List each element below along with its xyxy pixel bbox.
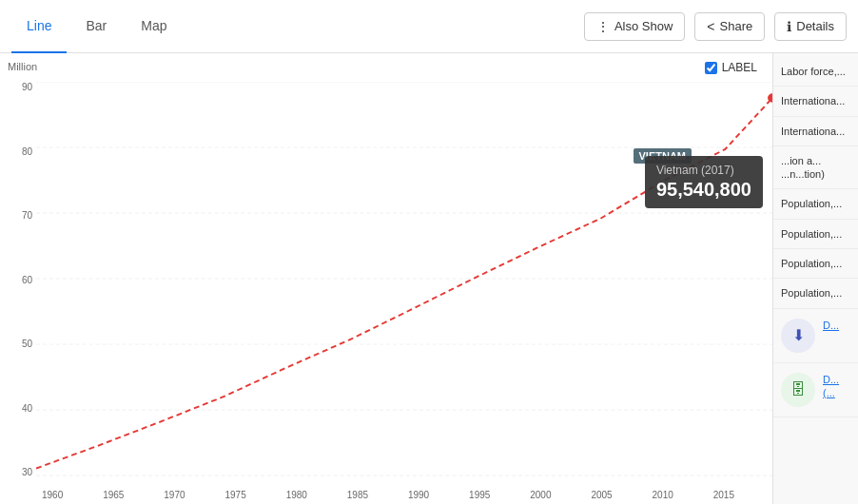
x-axis: 1960 1965 1970 1975 1980 1985 1990 1995 … — [0, 490, 772, 500]
toolbar: Line Bar Map ⋮ Also Show < Share ℹ Detai… — [0, 0, 858, 53]
also-show-label: Also Show — [614, 19, 673, 33]
details-label: Details — [796, 19, 834, 33]
vietnam-label: VIETNAM — [634, 148, 692, 164]
also-show-icon: ⋮ — [596, 19, 610, 34]
database-button[interactable]: 🗄 D... (... — [773, 363, 858, 417]
x-label-1995: 1995 — [469, 490, 490, 500]
label-toggle[interactable]: LABEL — [705, 61, 757, 74]
x-label-1990: 1990 — [408, 490, 429, 500]
download-button[interactable]: ⬇ D... — [773, 309, 858, 363]
x-label-1985: 1985 — [347, 490, 368, 500]
label-checkbox[interactable] — [705, 62, 717, 74]
sidebar-item-7[interactable]: Population,... — [773, 279, 858, 308]
x-label-2015: 2015 — [713, 490, 734, 500]
info-icon: ℹ — [787, 19, 791, 34]
y-label-40: 40 — [4, 403, 32, 414]
y-axis: 90 80 70 60 50 40 30 — [4, 82, 32, 477]
x-label-2000: 2000 — [530, 490, 551, 500]
sidebar-item-0[interactable]: Labor force,... — [773, 57, 858, 87]
y-label-60: 60 — [4, 275, 32, 285]
label-checkbox-label: LABEL — [722, 61, 757, 74]
main-content: Million LABEL 90 80 70 60 50 40 30 — [0, 53, 858, 504]
y-label-30: 30 — [4, 467, 32, 477]
database-link[interactable]: D... (... — [823, 374, 839, 398]
sidebar: Labor force,... Internationa... Internat… — [772, 53, 858, 504]
share-label: Share — [720, 19, 753, 33]
share-button[interactable]: < Share — [694, 12, 765, 41]
sidebar-item-6[interactable]: Population,... — [773, 249, 858, 279]
x-label-1960: 1960 — [42, 490, 63, 500]
unit-label: Million — [8, 61, 37, 72]
chart-area: Million LABEL 90 80 70 60 50 40 30 — [0, 53, 772, 504]
sidebar-item-2[interactable]: Internationa... — [773, 117, 858, 146]
tab-bar[interactable]: Bar — [70, 0, 122, 53]
sidebar-item-3[interactable]: ...ion a... ...n...tion) — [773, 146, 858, 190]
sidebar-item-1[interactable]: Internationa... — [773, 87, 858, 116]
y-label-90: 90 — [4, 82, 32, 92]
x-label-1965: 1965 — [103, 490, 124, 500]
y-label-50: 50 — [4, 339, 32, 349]
share-icon: < — [707, 19, 714, 34]
download-icon: ⬇ — [781, 319, 815, 353]
sidebar-item-5[interactable]: Population,... — [773, 220, 858, 249]
line-chart — [36, 82, 772, 477]
database-icon: 🗄 — [781, 373, 815, 407]
tab-line[interactable]: Line — [11, 0, 67, 53]
x-label-2010: 2010 — [653, 490, 673, 500]
x-label-1970: 1970 — [164, 490, 185, 500]
tab-map[interactable]: Map — [126, 0, 182, 53]
x-label-1975: 1975 — [224, 490, 245, 500]
x-label-1980: 1980 — [286, 490, 307, 500]
y-label-80: 80 — [4, 146, 32, 157]
x-label-2005: 2005 — [591, 490, 612, 500]
also-show-button[interactable]: ⋮ Also Show — [584, 12, 685, 41]
details-button[interactable]: ℹ Details — [774, 12, 847, 41]
y-label-70: 70 — [4, 210, 32, 221]
sidebar-item-4[interactable]: Population,... — [773, 189, 858, 219]
download-link[interactable]: D... — [823, 320, 839, 331]
